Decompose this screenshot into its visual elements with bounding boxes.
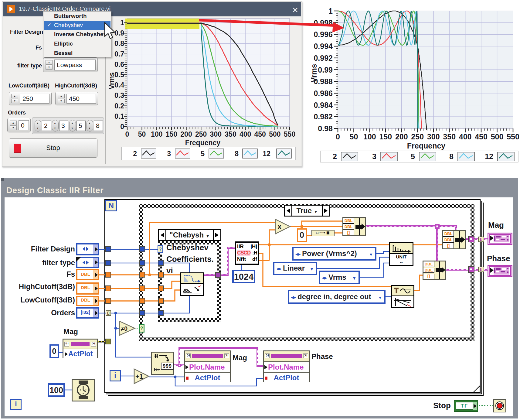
svg-text:450: 450	[475, 132, 488, 141]
svg-text:0.986: 0.986	[314, 89, 333, 97]
svg-text:8: 8	[449, 152, 454, 161]
svg-text:500: 500	[491, 132, 504, 141]
svg-text:0.99: 0.99	[318, 66, 333, 74]
svg-text:+1: +1	[135, 373, 143, 380]
svg-text:400: 400	[459, 132, 472, 141]
svg-text:0.992: 0.992	[314, 54, 333, 62]
svg-text:x: x	[277, 222, 282, 230]
svg-text:200: 200	[395, 132, 408, 141]
svg-text:100: 100	[363, 132, 376, 141]
svg-text:50: 50	[350, 132, 358, 141]
svg-text:12: 12	[485, 152, 493, 161]
svg-text:Frequency: Frequency	[407, 142, 446, 150]
svg-text:0.984: 0.984	[314, 101, 333, 109]
svg-text:300: 300	[427, 132, 440, 141]
svg-text:250: 250	[411, 132, 424, 141]
svg-text:550: 550	[507, 132, 519, 141]
svg-text:Vrms: Vrms	[310, 64, 318, 82]
svg-text:3: 3	[372, 152, 376, 161]
svg-text:150: 150	[379, 132, 392, 141]
svg-text:0.994: 0.994	[314, 42, 333, 50]
svg-text:2: 2	[333, 152, 337, 161]
svg-text:350: 350	[443, 132, 456, 141]
svg-text:0.982: 0.982	[314, 112, 333, 121]
svg-text:0.98: 0.98	[318, 124, 333, 133]
svg-text:5: 5	[411, 152, 415, 161]
svg-text:0: 0	[336, 132, 340, 141]
svg-text:≠0: ≠0	[121, 325, 127, 332]
